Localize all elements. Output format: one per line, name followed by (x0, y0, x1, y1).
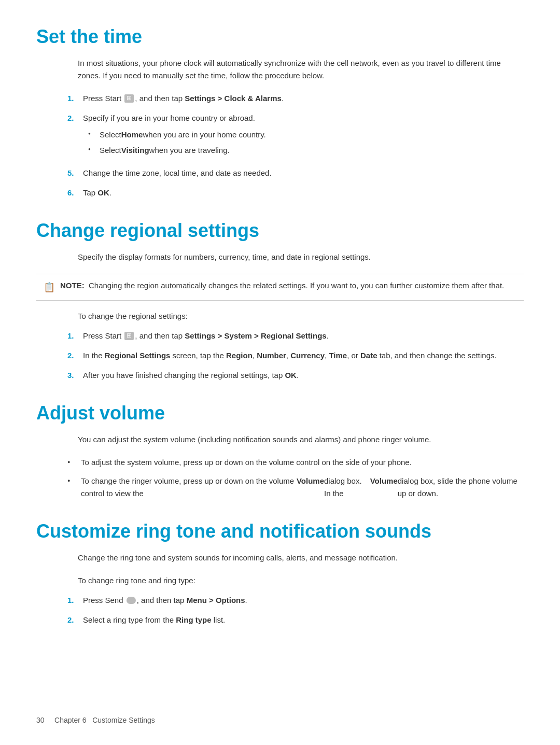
footer-chapter: Chapter 6 Customize Settings (54, 716, 155, 724)
start-icon-2 (124, 332, 134, 340)
start-icon (124, 94, 134, 103)
step-4: Tap OK. (67, 187, 524, 199)
section-title-regional-settings: Change regional settings (36, 220, 524, 242)
page-content: Set the time In most situations, your ph… (0, 0, 560, 678)
ring-tone-intro: Change the ring tone and system sounds f… (78, 552, 524, 564)
step-2: Specify if you are in your home country … (67, 112, 524, 160)
page-footer: 30 Chapter 6 Customize Settings (36, 716, 155, 724)
volume-bullet-2: To change the ringer volume, press up or… (67, 475, 524, 500)
section-title-set-the-time: Set the time (36, 26, 524, 48)
volume-bullet-1: To adjust the system volume, press up or… (67, 456, 524, 469)
section-customize-ring-tone: Customize ring tone and notification sou… (36, 521, 524, 626)
step-1: Press Start , and then tap Settings > Cl… (67, 92, 524, 105)
ring-tone-sub-intro: To change ring tone and ring type: (78, 574, 524, 587)
adjust-volume-bullets: To adjust the system volume, press up or… (67, 456, 524, 500)
regional-settings-intro: Specify the display formats for numbers,… (78, 251, 524, 263)
ring-tone-step-2: Select a ring type from the Ring type li… (67, 614, 524, 626)
step-3: Change the time zone, local time, and da… (67, 167, 524, 179)
adjust-volume-intro: You can adjust the system volume (includ… (78, 433, 524, 446)
section-adjust-volume: Adjust volume You can adjust the system … (36, 402, 524, 500)
section-title-adjust-volume: Adjust volume (36, 402, 524, 424)
footer-page-number: 30 (36, 716, 45, 724)
regional-step-2: In the Regional Settings screen, tap the… (67, 349, 524, 362)
step-2-sub-bullets: Select Home when you are in your home co… (88, 129, 524, 157)
section-change-regional-settings: Change regional settings Specify the dis… (36, 220, 524, 382)
sub-bullet-visiting: Select Visiting when you are traveling. (88, 144, 524, 157)
note-icon: 📋 (44, 280, 55, 295)
ring-tone-steps: Press Send , and then tap Menu > Options… (67, 594, 524, 626)
note-box: 📋 NOTE: Changing the region automaticall… (36, 274, 524, 301)
note-label: NOTE: (60, 281, 85, 290)
send-icon (127, 597, 136, 604)
regional-settings-steps: Press Start , and then tap Settings > Sy… (67, 330, 524, 382)
note-text: NOTE: Changing the region automatically … (60, 279, 504, 292)
ring-tone-step-1: Press Send , and then tap Menu > Options… (67, 594, 524, 607)
section-set-the-time: Set the time In most situations, your ph… (36, 26, 524, 199)
sub-bullet-home: Select Home when you are in your home co… (88, 129, 524, 141)
set-time-steps: Press Start , and then tap Settings > Cl… (67, 92, 524, 199)
regional-step-1: Press Start , and then tap Settings > Sy… (67, 330, 524, 342)
section-title-ring-tone: Customize ring tone and notification sou… (36, 521, 524, 542)
regional-step-3: After you have finished changing the reg… (67, 369, 524, 382)
regional-sub-intro: To change the regional settings: (78, 310, 524, 322)
set-time-intro: In most situations, your phone clock wil… (78, 57, 524, 82)
